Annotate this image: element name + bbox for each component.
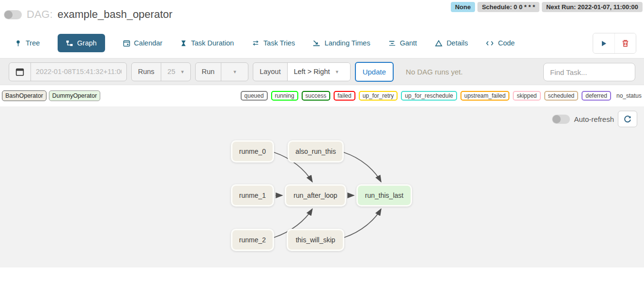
details-icon <box>435 40 443 47</box>
task-node-run_this_last[interactable]: run_this_last <box>356 184 412 207</box>
filter-bar: Runs 25 Run Layout Left > Right Update N… <box>0 58 644 85</box>
auto-refresh-controls: Auto-refresh <box>552 111 637 127</box>
auto-refresh-toggle[interactable] <box>552 115 570 124</box>
tab-label: Graph <box>77 39 96 47</box>
status-badge-queued: queued <box>241 91 268 101</box>
tab-label: Code <box>498 39 515 47</box>
tab-label: Gantt <box>400 39 417 47</box>
status-badge-running: running <box>271 91 298 101</box>
update-button[interactable]: Update <box>355 62 394 82</box>
tree-icon <box>15 40 22 47</box>
status-badge-up-for-retry: up_for_retry <box>359 91 398 101</box>
task-node-run_after_loop[interactable]: run_after_loop <box>285 184 346 207</box>
dag-pause-toggle[interactable] <box>4 10 22 19</box>
calendar-icon <box>123 40 130 47</box>
tab-graph[interactable]: Graph <box>58 34 105 52</box>
trigger-dag-button[interactable] <box>593 33 614 53</box>
datepicker-button[interactable] <box>9 63 31 81</box>
dag-label: DAG: <box>27 8 53 21</box>
task-node-runme_0[interactable]: runme_0 <box>231 140 274 163</box>
status-badge-scheduled: scheduled <box>544 91 579 101</box>
dag-actions <box>593 33 636 54</box>
trash-icon <box>621 39 629 47</box>
schedule-badge: Schedule: 0 0 * * * <box>477 2 539 12</box>
edge-this_will_skip-run_this_last <box>344 209 381 237</box>
plane-landing-icon <box>313 40 321 47</box>
next-run-badge: Next Run: 2022-01-07, 11:00:00 <box>542 2 643 12</box>
tab-task-duration[interactable]: Task Duration <box>180 39 234 47</box>
play-icon <box>600 40 608 47</box>
tab-code[interactable]: Code <box>486 39 515 47</box>
operator-badge-dummy: DummyOperator <box>49 90 100 101</box>
status-label-no-status: no_status <box>616 92 642 99</box>
find-task-input[interactable] <box>543 63 635 81</box>
tab-label: Tree <box>26 39 40 47</box>
execution-date-group <box>9 62 127 81</box>
execution-date-input[interactable] <box>31 63 126 81</box>
delete-dag-button[interactable] <box>614 33 636 53</box>
task-node-runme_2[interactable]: runme_2 <box>231 229 274 251</box>
status-badge-success: success <box>302 91 330 101</box>
run-label: Run <box>196 63 221 81</box>
graph-icon <box>66 40 73 47</box>
tab-details[interactable]: Details <box>435 39 468 47</box>
task-node-also_run_this[interactable]: also_run_this <box>288 140 344 163</box>
status-badge-skipped: skipped <box>513 91 540 101</box>
hourglass-icon <box>180 40 187 47</box>
view-tabbar: Tree Graph Calendar Task Duration Task T… <box>0 28 644 58</box>
repeat-icon <box>252 40 260 46</box>
tab-tree[interactable]: Tree <box>15 39 40 47</box>
runs-select[interactable]: 25 <box>161 63 190 81</box>
tab-gantt[interactable]: Gantt <box>388 39 417 47</box>
legend-bar: BashOperator DummyOperator queued runnin… <box>0 85 644 106</box>
status-legend: queued running success failed up_for_ret… <box>241 85 642 106</box>
gantt-icon <box>388 40 396 46</box>
run-select[interactable] <box>221 63 248 81</box>
edge-also_run_this-run_this_last <box>344 152 381 182</box>
refresh-button[interactable] <box>618 111 637 127</box>
layout-group: Layout Left > Right <box>253 62 351 81</box>
code-icon <box>486 40 494 46</box>
schedule-badges: None Schedule: 0 0 * * * Next Run: 2022-… <box>451 2 643 12</box>
tab-label: Details <box>446 39 468 47</box>
tab-task-tries[interactable]: Task Tries <box>252 39 295 47</box>
layout-select[interactable]: Left > Right <box>287 63 350 81</box>
status-badge-up-for-reschedule: up_for_reschedule <box>401 91 457 101</box>
auto-refresh-label: Auto-refresh <box>574 115 614 123</box>
layout-label: Layout <box>253 63 287 81</box>
calendar-icon <box>15 67 24 76</box>
task-node-this_will_skip[interactable]: this_will_skip <box>287 229 344 251</box>
status-badge-deferred: deferred <box>582 91 611 101</box>
status-badge-upstream-failed: upstream_failed <box>460 91 509 101</box>
tab-label: Calendar <box>134 39 163 47</box>
tab-landing-times[interactable]: Landing Times <box>313 39 370 47</box>
operator-badge-bash: BashOperator <box>2 90 46 101</box>
tab-label: Landing Times <box>324 39 370 47</box>
runs-group: Runs 25 <box>131 62 191 81</box>
tags-badge: None <box>451 2 475 12</box>
runs-label: Runs <box>132 63 161 81</box>
tab-calendar[interactable]: Calendar <box>123 39 163 47</box>
dag-name: example_bash_operator <box>58 8 172 21</box>
run-group: Run <box>195 62 249 81</box>
tab-label: Task Duration <box>191 39 234 47</box>
refresh-icon <box>623 115 632 123</box>
tab-label: Task Tries <box>263 39 295 47</box>
graph-canvas[interactable]: Auto-refresh runme_0 also_run_this runme… <box>0 106 644 267</box>
status-badge-failed: failed <box>334 91 355 101</box>
task-node-runme_1[interactable]: runme_1 <box>231 184 274 207</box>
dag-header: DAG: example_bash_operator None Schedule… <box>0 0 644 28</box>
no-runs-message: No DAG runs yet. <box>406 68 463 76</box>
